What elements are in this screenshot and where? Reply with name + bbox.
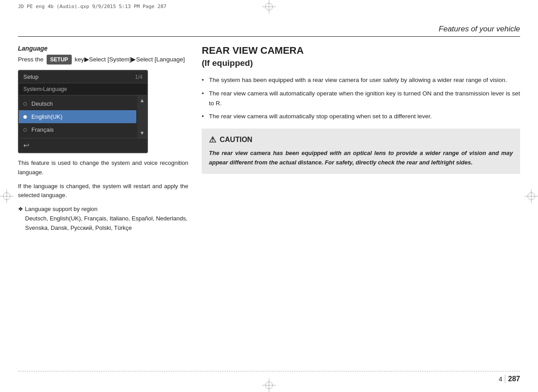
section-title: Language (18, 45, 188, 52)
caution-triangle-icon: ⚠ (209, 135, 216, 145)
arrow-right-2: ▶ (131, 56, 136, 63)
reg-cross-left (0, 190, 13, 203)
key-text: key (75, 56, 84, 63)
page-footer: 4 287 (18, 371, 520, 383)
columns: Language Press the SETUP key▶Select [Sys… (18, 45, 520, 233)
caution-label: CAUTION (220, 136, 252, 144)
setup-back-bar[interactable]: ↩ (19, 138, 147, 152)
reg-cross-top (262, 0, 276, 13)
footer-page: 287 (508, 375, 520, 383)
bullet-list: The system has been equipped with a rear… (202, 75, 520, 121)
right-column: REAR VIEW CAMERA (If equipped) The syste… (202, 45, 520, 233)
caution-text: The rear view camera has been equipped w… (209, 148, 513, 168)
breadcrumb-language: Language (43, 86, 67, 92)
setup-item-english[interactable]: English(UK) (19, 110, 136, 123)
breadcrumb-bar: System›Language (19, 83, 147, 95)
caution-box: ⚠ CAUTION The rear view camera has been … (202, 129, 520, 174)
rvc-subtitle: (If equipped) (202, 58, 520, 68)
page-title: Features of your vehicle (439, 25, 520, 34)
setup-title: Setup (23, 73, 39, 80)
page-wrapper: JD PE eng 4b (Audio).qxp 9/9/2015 5:13 P… (0, 0, 538, 392)
desc-text-2: If the language is changed, the system w… (18, 182, 188, 201)
left-column: Language Press the SETUP key▶Select [Sys… (18, 45, 188, 233)
support-languages: Deutsch, English(UK), Français, Italiano… (18, 214, 188, 233)
setup-item-label-francais: Français (31, 126, 54, 133)
press-line: Press the SETUP key▶Select [System]▶Sele… (18, 55, 188, 65)
rvc-title: REAR VIEW CAMERA (202, 45, 520, 56)
desc-text-1: This feature is used to change the syste… (18, 159, 188, 177)
setup-item-label-english: English(UK) (31, 113, 62, 120)
press-text: Press the (18, 56, 43, 63)
setup-counter: 1/4 (135, 74, 143, 80)
setup-item-label-deutsch: Deutsch (31, 100, 53, 107)
file-info: JD PE eng 4b (Audio).qxp 9/9/2015 5:13 P… (18, 4, 166, 9)
footer-separator (505, 375, 505, 383)
reg-cross-right (525, 190, 538, 203)
page-header: Features of your vehicle (18, 25, 520, 37)
setup-item-deutsch[interactable]: Deutsch (19, 97, 136, 110)
content-area: Features of your vehicle Language Press … (18, 25, 520, 367)
setup-menu-items: Deutsch English(UK) Français ▲ (19, 95, 147, 138)
breadcrumb-system: System (23, 86, 41, 92)
back-icon: ↩ (23, 142, 29, 149)
setup-item-dot-english (23, 115, 27, 119)
scroll-down-icon[interactable]: ▼ (139, 130, 145, 136)
scroll-up-icon[interactable]: ▲ (139, 97, 145, 103)
select-system-text: Select [System] (89, 56, 131, 63)
setup-button-label: SETUP (47, 55, 72, 65)
caution-header: ⚠ CAUTION (209, 135, 513, 145)
language-support: ❖ Language support by region Deutsch, En… (18, 205, 188, 233)
setup-item-francais[interactable]: Français (19, 123, 136, 136)
bullet-item-3: The rear view camera will automatically … (202, 112, 520, 121)
setup-screen: Setup 1/4 System›Language Deutsch E (18, 70, 148, 153)
setup-item-dot-francais (23, 128, 27, 132)
bullet-item-2: The rear view camera will automatically … (202, 89, 520, 108)
footer-chapter: 4 (499, 375, 503, 383)
select-language-text: Select [Language] (136, 56, 185, 63)
support-heading: ❖ Language support by region (18, 205, 188, 214)
scroll-arrows: ▲ ▼ (137, 95, 147, 138)
setup-item-dot-deutsch (23, 102, 27, 106)
bullet-item-1: The system has been equipped with a rear… (202, 75, 520, 85)
arrow-right-1: ▶ (84, 56, 89, 63)
setup-title-bar: Setup 1/4 (19, 71, 147, 83)
